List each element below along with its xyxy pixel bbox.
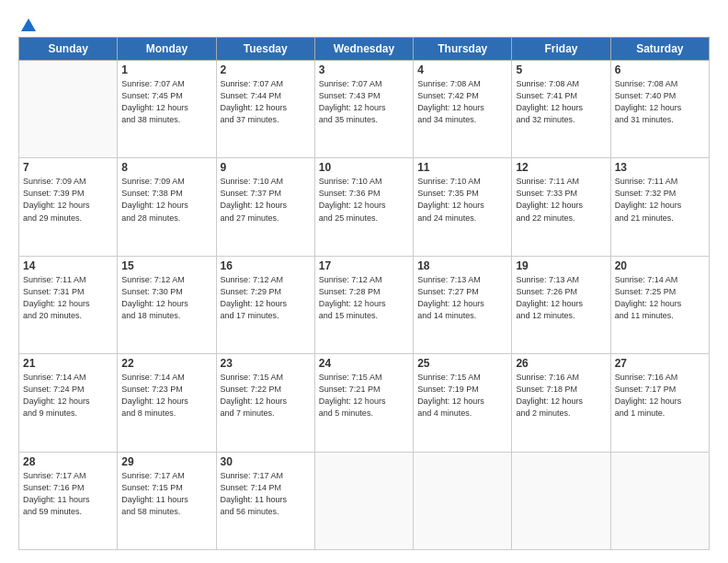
day-number: 12 <box>516 161 606 174</box>
day-number: 22 <box>121 357 211 370</box>
calendar-cell: 9Sunrise: 7:10 AMSunset: 7:37 PMDaylight… <box>216 158 314 256</box>
calendar-page: SundayMondayTuesdayWednesdayThursdayFrid… <box>0 0 728 563</box>
calendar-cell: 11Sunrise: 7:10 AMSunset: 7:35 PMDayligh… <box>414 158 512 256</box>
calendar-cell <box>610 452 709 549</box>
day-number: 10 <box>319 161 409 174</box>
logo-triangle-icon <box>20 17 37 33</box>
day-number: 5 <box>516 63 606 76</box>
calendar-cell: 24Sunrise: 7:15 AMSunset: 7:21 PMDayligh… <box>314 354 413 452</box>
day-info: Sunrise: 7:16 AMSunset: 7:18 PMDaylight:… <box>516 372 606 419</box>
calendar-cell <box>314 452 413 549</box>
calendar-cell: 21Sunrise: 7:14 AMSunset: 7:24 PMDayligh… <box>19 354 118 452</box>
week-row-2: 7Sunrise: 7:09 AMSunset: 7:39 PMDaylight… <box>19 158 710 256</box>
day-info: Sunrise: 7:08 AMSunset: 7:42 PMDaylight:… <box>417 78 507 126</box>
calendar-cell: 19Sunrise: 7:13 AMSunset: 7:26 PMDayligh… <box>512 256 610 353</box>
calendar-header: SundayMondayTuesdayWednesdayThursdayFrid… <box>19 38 710 61</box>
header-row: SundayMondayTuesdayWednesdayThursdayFrid… <box>19 38 710 61</box>
day-info: Sunrise: 7:07 AMSunset: 7:43 PMDaylight:… <box>319 78 409 126</box>
calendar-cell <box>512 452 610 549</box>
week-row-5: 28Sunrise: 7:17 AMSunset: 7:16 PMDayligh… <box>19 452 710 549</box>
day-number: 7 <box>23 161 113 174</box>
weekday-header-monday: Monday <box>118 38 216 61</box>
day-number: 23 <box>221 357 311 370</box>
calendar-cell: 27Sunrise: 7:16 AMSunset: 7:17 PMDayligh… <box>610 354 709 452</box>
calendar-cell: 29Sunrise: 7:17 AMSunset: 7:15 PMDayligh… <box>118 452 216 549</box>
day-info: Sunrise: 7:12 AMSunset: 7:29 PMDaylight:… <box>221 274 311 322</box>
calendar-cell: 18Sunrise: 7:13 AMSunset: 7:27 PMDayligh… <box>414 256 512 353</box>
day-info: Sunrise: 7:07 AMSunset: 7:44 PMDaylight:… <box>221 78 311 126</box>
day-number: 20 <box>615 259 705 272</box>
day-number: 26 <box>516 357 606 370</box>
calendar-cell: 20Sunrise: 7:14 AMSunset: 7:25 PMDayligh… <box>610 256 709 353</box>
calendar-cell: 28Sunrise: 7:17 AMSunset: 7:16 PMDayligh… <box>19 452 118 549</box>
week-row-3: 14Sunrise: 7:11 AMSunset: 7:31 PMDayligh… <box>19 256 710 353</box>
calendar-table: SundayMondayTuesdayWednesdayThursdayFrid… <box>18 37 710 550</box>
calendar-cell: 2Sunrise: 7:07 AMSunset: 7:44 PMDaylight… <box>216 61 314 158</box>
day-number: 30 <box>221 455 311 468</box>
day-number: 29 <box>121 455 211 468</box>
calendar-cell: 17Sunrise: 7:12 AMSunset: 7:28 PMDayligh… <box>314 256 413 353</box>
weekday-header-wednesday: Wednesday <box>314 38 413 61</box>
svg-marker-0 <box>21 18 36 31</box>
day-number: 6 <box>615 63 705 76</box>
day-info: Sunrise: 7:14 AMSunset: 7:25 PMDaylight:… <box>615 274 705 322</box>
day-number: 2 <box>221 63 311 76</box>
day-info: Sunrise: 7:11 AMSunset: 7:33 PMDaylight:… <box>516 176 606 224</box>
week-row-1: 1Sunrise: 7:07 AMSunset: 7:45 PMDaylight… <box>19 61 710 158</box>
calendar-cell: 4Sunrise: 7:08 AMSunset: 7:42 PMDaylight… <box>414 61 512 158</box>
calendar-body: 1Sunrise: 7:07 AMSunset: 7:45 PMDaylight… <box>19 61 710 550</box>
day-number: 28 <box>23 455 113 468</box>
day-info: Sunrise: 7:09 AMSunset: 7:38 PMDaylight:… <box>121 176 211 224</box>
day-info: Sunrise: 7:14 AMSunset: 7:23 PMDaylight:… <box>121 372 211 419</box>
day-number: 14 <box>23 259 113 272</box>
calendar-cell: 6Sunrise: 7:08 AMSunset: 7:40 PMDaylight… <box>610 61 709 158</box>
day-number: 8 <box>121 161 211 174</box>
day-info: Sunrise: 7:16 AMSunset: 7:17 PMDaylight:… <box>615 372 705 419</box>
day-number: 21 <box>23 357 113 370</box>
calendar-cell: 16Sunrise: 7:12 AMSunset: 7:29 PMDayligh… <box>216 256 314 353</box>
day-info: Sunrise: 7:15 AMSunset: 7:22 PMDaylight:… <box>221 372 311 419</box>
calendar-cell: 5Sunrise: 7:08 AMSunset: 7:41 PMDaylight… <box>512 61 610 158</box>
day-info: Sunrise: 7:13 AMSunset: 7:27 PMDaylight:… <box>417 274 507 322</box>
day-info: Sunrise: 7:15 AMSunset: 7:19 PMDaylight:… <box>417 372 507 419</box>
day-info: Sunrise: 7:17 AMSunset: 7:16 PMDaylight:… <box>23 470 113 518</box>
day-info: Sunrise: 7:11 AMSunset: 7:32 PMDaylight:… <box>615 176 705 224</box>
calendar-cell: 25Sunrise: 7:15 AMSunset: 7:19 PMDayligh… <box>414 354 512 452</box>
day-number: 4 <box>417 63 507 76</box>
calendar-cell: 10Sunrise: 7:10 AMSunset: 7:36 PMDayligh… <box>314 158 413 256</box>
weekday-header-sunday: Sunday <box>19 38 118 61</box>
calendar-cell: 14Sunrise: 7:11 AMSunset: 7:31 PMDayligh… <box>19 256 118 353</box>
day-number: 25 <box>417 357 507 370</box>
day-info: Sunrise: 7:12 AMSunset: 7:28 PMDaylight:… <box>319 274 409 322</box>
day-number: 17 <box>319 259 409 272</box>
day-info: Sunrise: 7:13 AMSunset: 7:26 PMDaylight:… <box>516 274 606 322</box>
calendar-cell: 23Sunrise: 7:15 AMSunset: 7:22 PMDayligh… <box>216 354 314 452</box>
day-info: Sunrise: 7:08 AMSunset: 7:40 PMDaylight:… <box>615 78 705 126</box>
weekday-header-saturday: Saturday <box>610 38 709 61</box>
day-number: 1 <box>121 63 211 76</box>
day-info: Sunrise: 7:17 AMSunset: 7:15 PMDaylight:… <box>121 470 211 518</box>
calendar-cell: 1Sunrise: 7:07 AMSunset: 7:45 PMDaylight… <box>118 61 216 158</box>
day-number: 9 <box>221 161 311 174</box>
day-number: 19 <box>516 259 606 272</box>
calendar-cell: 7Sunrise: 7:09 AMSunset: 7:39 PMDaylight… <box>19 158 118 256</box>
day-number: 16 <box>221 259 311 272</box>
day-info: Sunrise: 7:07 AMSunset: 7:45 PMDaylight:… <box>121 78 211 126</box>
day-info: Sunrise: 7:10 AMSunset: 7:35 PMDaylight:… <box>417 176 507 224</box>
day-number: 18 <box>417 259 507 272</box>
day-number: 13 <box>615 161 705 174</box>
calendar-cell: 8Sunrise: 7:09 AMSunset: 7:38 PMDaylight… <box>118 158 216 256</box>
day-number: 3 <box>319 63 409 76</box>
weekday-header-tuesday: Tuesday <box>216 38 314 61</box>
calendar-cell: 15Sunrise: 7:12 AMSunset: 7:30 PMDayligh… <box>118 256 216 353</box>
day-info: Sunrise: 7:09 AMSunset: 7:39 PMDaylight:… <box>23 176 113 224</box>
calendar-cell: 3Sunrise: 7:07 AMSunset: 7:43 PMDaylight… <box>314 61 413 158</box>
calendar-cell <box>414 452 512 549</box>
calendar-cell: 30Sunrise: 7:17 AMSunset: 7:14 PMDayligh… <box>216 452 314 549</box>
calendar-cell: 22Sunrise: 7:14 AMSunset: 7:23 PMDayligh… <box>118 354 216 452</box>
logo <box>18 17 37 29</box>
calendar-cell: 12Sunrise: 7:11 AMSunset: 7:33 PMDayligh… <box>512 158 610 256</box>
weekday-header-friday: Friday <box>512 38 610 61</box>
week-row-4: 21Sunrise: 7:14 AMSunset: 7:24 PMDayligh… <box>19 354 710 452</box>
day-info: Sunrise: 7:14 AMSunset: 7:24 PMDaylight:… <box>23 372 113 419</box>
